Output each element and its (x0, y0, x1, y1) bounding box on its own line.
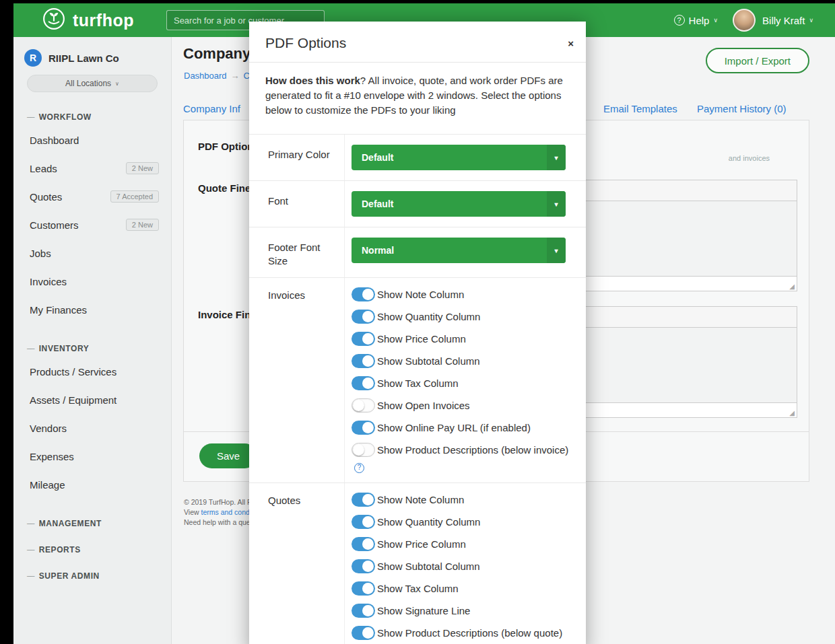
primary-color-select[interactable]: Default ▾ (352, 145, 566, 170)
invoices-label: Invoices (249, 278, 345, 482)
locations-label: All Locations (65, 79, 111, 88)
invoice-fineprint-label: Invoice Fine (198, 309, 257, 320)
tab-company-info[interactable]: Company Inf (183, 103, 240, 114)
sidebar-item-jobs[interactable]: Jobs (13, 239, 171, 267)
tab-payment-history[interactable]: Payment History (0) (697, 103, 787, 114)
sidebar-item-my-finances[interactable]: My Finances (13, 295, 171, 324)
company-switcher[interactable]: R RIIPL Lawn Co (13, 49, 171, 67)
sidebar-item-quotes[interactable]: Quotes7 Accepted (13, 182, 171, 211)
chevron-down-icon: ∨ (115, 81, 119, 87)
sidebar-section-management[interactable]: MANAGEMENT (13, 519, 171, 532)
toggle-invoice-tax-column[interactable] (352, 376, 375, 390)
sidebar-item-customers[interactable]: Customers2 New (13, 211, 171, 239)
sidebar-item-assets-equipment[interactable]: Assets / Equipment (13, 386, 171, 414)
chevron-down-icon: ▾ (547, 145, 566, 170)
navbar-right: ? Help ∨ Billy Kraft ∨ (674, 9, 817, 32)
quotes-options-row: Quotes Show Note Column Show Quantity Co… (249, 482, 586, 644)
chevron-down-icon: ∨ (809, 17, 813, 24)
footer-font-size-select[interactable]: Normal ▾ (352, 238, 566, 263)
font-row: Font Default ▾ (249, 180, 586, 227)
sidebar-section-reports[interactable]: REPORTS (13, 545, 171, 559)
toggle-invoice-price-column[interactable] (352, 332, 375, 346)
modal-intro: How does this work? All invoice, quote, … (249, 62, 586, 134)
primary-color-row: Primary Color Default ▾ (249, 134, 586, 180)
sidebar-item-expenses[interactable]: Expenses (13, 442, 171, 470)
toggle-quote-tax-column[interactable] (352, 581, 375, 596)
toggle-quote-price-column[interactable] (352, 537, 375, 551)
toggle-invoice-quantity-column[interactable] (352, 310, 375, 324)
pdf-options-label: PDF Option (198, 141, 254, 152)
terms-link[interactable]: terms and cond (201, 508, 250, 516)
company-logo: R (24, 49, 42, 67)
sidebar-item-vendors[interactable]: Vendors (13, 414, 171, 442)
sidebar-item-products-services[interactable]: Products / Services (13, 357, 171, 386)
resize-handle-icon[interactable]: ◢ (789, 283, 795, 290)
chevron-down-icon: ▾ (547, 238, 566, 263)
invoices-options-row: Invoices Show Note Column Show Quantity … (249, 277, 586, 482)
sidebar-item-dashboard[interactable]: Dashboard (13, 126, 171, 154)
primary-color-label: Primary Color (249, 135, 345, 180)
sidebar-item-mileage[interactable]: Mileage (13, 470, 171, 499)
toggle-signature-line[interactable] (352, 604, 375, 618)
font-select[interactable]: Default ▾ (352, 191, 566, 217)
toggle-quote-product-descriptions[interactable] (352, 626, 375, 640)
import-export-button[interactable]: Import / Export (706, 48, 809, 73)
breadcrumb: Dashboard→C (184, 71, 250, 81)
brand-home-link[interactable]: turfhop (42, 7, 134, 34)
breadcrumb-dashboard[interactable]: Dashboard (184, 71, 227, 81)
resize-handle-icon[interactable]: ◢ (789, 409, 795, 417)
fineprint-hint: and invoices (729, 154, 770, 162)
help-icon: ? (674, 15, 685, 26)
badge: 2 New (126, 219, 159, 231)
page-footer: © 2019 TurfHop. All Ri View terms and co… (184, 497, 256, 528)
sidebar-item-leads[interactable]: Leads2 New (13, 154, 171, 182)
pdf-options-modal: PDF Options × How does this work? All in… (249, 22, 586, 644)
toggle-invoice-subtotal-column[interactable] (352, 354, 375, 368)
sidebar-section-super-admin[interactable]: SUPER ADMIN (13, 571, 171, 585)
tab-email-templates[interactable]: Email Templates (603, 103, 677, 114)
help-icon[interactable]: ? (354, 463, 364, 473)
footer-font-size-label: Footer Font Size (249, 227, 345, 277)
badge: 7 Accepted (110, 190, 159, 203)
avatar[interactable] (733, 9, 756, 32)
sidebar-item-invoices[interactable]: Invoices (13, 267, 171, 295)
modal-title: PDF Options (265, 35, 570, 51)
footer-font-size-row: Footer Font Size Normal ▾ (249, 227, 586, 277)
toggle-quote-quantity-column[interactable] (352, 515, 375, 529)
quotes-label: Quotes (249, 483, 345, 644)
locations-dropdown[interactable]: All Locations ∨ (27, 75, 158, 92)
brand-name: turfhop (73, 11, 134, 30)
sidebar-section-inventory[interactable]: INVENTORY (13, 344, 171, 357)
breadcrumb-arrow-icon: → (231, 71, 240, 81)
sidebar: R RIIPL Lawn Co All Locations ∨ WORKFLOW… (13, 37, 172, 644)
toggle-quote-subtotal-column[interactable] (352, 559, 375, 573)
quote-fineprint-label: Quote Finep (198, 182, 257, 194)
company-name: RIIPL Lawn Co (48, 52, 119, 64)
toggle-online-pay-url[interactable] (352, 421, 375, 435)
app-page: turfhop ? Help ∨ Billy Kraft ∨ R RIIPL L… (13, 3, 835, 644)
close-icon[interactable]: × (568, 38, 574, 49)
toggle-invoice-note-column[interactable] (352, 287, 375, 301)
user-menu[interactable]: Billy Kraft (762, 15, 805, 26)
turfhop-logo-icon (42, 7, 66, 34)
copyright: © 2019 TurfHop. All Ri (184, 497, 256, 507)
font-label: Font (249, 181, 345, 227)
modal-header: PDF Options × (249, 22, 586, 62)
toggle-invoice-product-descriptions[interactable] (352, 443, 375, 457)
chevron-down-icon: ▾ (547, 191, 566, 217)
badge: 2 New (126, 162, 159, 174)
help-footer-text: Need help with a quest (184, 517, 256, 528)
sidebar-section-workflow[interactable]: WORKFLOW (13, 112, 171, 126)
chevron-down-icon: ∨ (713, 17, 718, 24)
toggle-quote-note-column[interactable] (352, 493, 375, 507)
help-menu[interactable]: Help (689, 15, 710, 26)
toggle-show-open-invoices[interactable] (352, 398, 375, 413)
